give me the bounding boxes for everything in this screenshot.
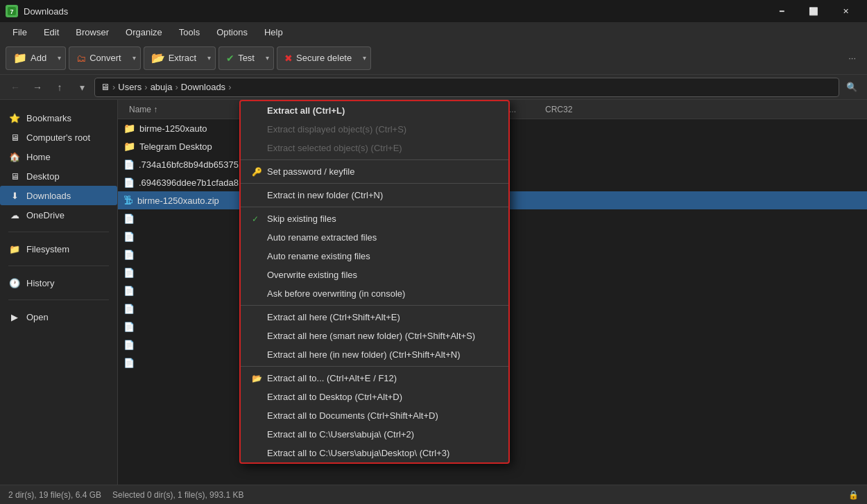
window-controls: ━ ⬜ ✕ <box>766 0 861 22</box>
breadcrumb-downloads[interactable]: Downloads <box>181 82 225 92</box>
menu-options[interactable]: Options <box>209 25 255 40</box>
address-bar: ← → ↑ ▾ 🖥 › Users › abuja › Downloads › … <box>0 75 867 100</box>
ctx-divider-3 <box>241 207 508 207</box>
file-icon: 📄 <box>123 177 135 188</box>
menu-tools[interactable]: Tools <box>172 25 207 40</box>
convert-button[interactable]: 🗂 Convert <box>69 46 128 70</box>
add-button[interactable]: 📁 Add <box>6 46 53 70</box>
sidebar-item-open[interactable]: ▶ Open <box>0 307 117 327</box>
test-button[interactable]: ✔ Test <box>218 46 261 70</box>
more-button[interactable]: ··· <box>843 49 861 67</box>
desktop-icon: 🖥 <box>8 170 21 182</box>
sidebar-item-bookmarks[interactable]: ⭐ Bookmarks <box>0 108 117 128</box>
secure-delete-button-group: ✖ Secure delete ▾ <box>277 46 371 70</box>
status-info: 2 dir(s), 19 file(s), 6.4 GB <box>8 490 101 500</box>
menu-help[interactable]: Help <box>257 25 290 40</box>
title-bar: 7 Downloads ━ ⬜ ✕ <box>0 0 867 22</box>
search-button[interactable]: 🔍 <box>842 78 861 97</box>
ctx-ask-before-overwrite[interactable]: Ask before overwriting (in console) <box>241 284 508 303</box>
sidebar-item-desktop[interactable]: 🖥 Desktop <box>0 166 117 186</box>
app-icon: 7 <box>6 5 18 17</box>
file-icon: 📄 <box>123 159 135 170</box>
ctx-extract-to-documents[interactable]: Extract all to Documents (Ctrl+Shift+Alt… <box>241 406 508 425</box>
breadcrumb[interactable]: 🖥 › Users › abuja › Downloads › <box>94 78 839 97</box>
extract-dropdown[interactable]: ▾ <box>203 46 216 70</box>
menu-organize[interactable]: Organize <box>119 25 169 40</box>
ctx-extract-to-desktop-path[interactable]: Extract all to C:\Users\abuja\Desktop\ (… <box>241 444 508 462</box>
monitor-icon: 🖥 <box>8 131 21 144</box>
window-title: Downloads <box>24 6 760 17</box>
folder-icon: 📁 <box>123 123 135 134</box>
sidebar-filesystem-label: Filesystem <box>26 244 69 254</box>
sidebar-filesystem-section: 📁 Filesystem <box>0 236 117 261</box>
convert-dropdown[interactable]: ▾ <box>128 46 141 70</box>
status-selected: Selected 0 dir(s), 1 file(s), 993.1 KB <box>112 490 243 500</box>
up-button[interactable]: ↑ <box>50 78 69 97</box>
ctx-overwrite-existing[interactable]: Overwrite existing files <box>241 266 508 284</box>
back-button[interactable]: ← <box>6 78 25 97</box>
test-button-group: ✔ Test ▾ <box>218 46 274 70</box>
add-dropdown[interactable]: ▾ <box>53 46 66 70</box>
sidebar-item-history[interactable]: 🕐 History <box>0 273 117 293</box>
breadcrumb-users[interactable]: Users <box>118 82 141 92</box>
home-icon: 🏠 <box>8 150 21 163</box>
star-icon: ⭐ <box>8 112 21 124</box>
extract-button[interactable]: 📂 Extract <box>144 46 203 70</box>
sidebar-item-filesystem[interactable]: 📁 Filesystem <box>0 239 117 259</box>
file-icon: 📄 <box>123 340 135 350</box>
sidebar-home-label: Home <box>26 152 51 162</box>
ctx-extract-all-to[interactable]: 📂 Extract all to... (Ctrl+Alt+E / F12) <box>241 369 508 388</box>
ctx-skip-existing[interactable]: ✓ Skip existing files <box>241 209 508 228</box>
test-dropdown[interactable]: ▾ <box>261 46 274 70</box>
close-button[interactable]: ✕ <box>830 0 861 22</box>
ctx-extract-all[interactable]: Extract all (Ctrl+L) <box>241 101 508 120</box>
ctx-extract-new-folder[interactable]: Extract in new folder (Ctrl+N) <box>241 186 508 205</box>
delete-icon: ✖ <box>284 53 293 64</box>
forward-button[interactable]: → <box>28 78 47 97</box>
ctx-divider-2 <box>241 183 508 184</box>
sidebar-item-downloads[interactable]: ⬇ Downloads <box>0 186 117 205</box>
ctx-auto-rename-extracted[interactable]: Auto rename extracted files <box>241 228 508 247</box>
open-icon: ▶ <box>8 311 21 323</box>
secure-delete-button[interactable]: ✖ Secure delete <box>277 46 359 70</box>
file-icon: 📄 <box>123 358 135 368</box>
ctx-extract-all-here-new[interactable]: Extract all here (in new folder) (Ctrl+S… <box>241 345 508 364</box>
lock-icon: 🔒 <box>848 490 859 500</box>
folder-icon: 📁 <box>123 141 135 152</box>
ctx-extract-to-users-abuja[interactable]: Extract all to C:\Users\abuja\ (Ctrl+2) <box>241 425 508 444</box>
sidebar-divider-1 <box>8 232 109 232</box>
breadcrumb-abuja[interactable]: abuja <box>151 82 173 92</box>
sidebar-item-onedrive[interactable]: ☁ OneDrive <box>0 205 117 225</box>
add-icon: 📁 <box>13 51 27 64</box>
ctx-divider-1 <box>241 159 508 160</box>
context-menu: Extract all (Ctrl+L) Extract displayed o… <box>239 100 510 464</box>
file-icon: 📄 <box>123 286 135 296</box>
maximize-button[interactable]: ⬜ <box>798 0 830 22</box>
secure-delete-dropdown[interactable]: ▾ <box>359 46 371 70</box>
ctx-auto-rename-existing[interactable]: Auto rename existing files <box>241 247 508 266</box>
ctx-extract-all-here[interactable]: Extract all here (Ctrl+Shift+Alt+E) <box>241 308 508 327</box>
sidebar-item-home[interactable]: 🏠 Home <box>0 147 117 166</box>
ctx-extract-all-here-smart[interactable]: Extract all here (smart new folder) (Ctr… <box>241 327 508 345</box>
add-button-group: 📁 Add ▾ <box>6 46 66 70</box>
sidebar-bookmarks-section: ⭐ Bookmarks 🖥 Computer's root 🏠 Home 🖥 D… <box>0 105 117 227</box>
filesystem-icon: 📁 <box>8 243 21 255</box>
ctx-extract-to-desktop[interactable]: Extract all to Desktop (Ctrl+Alt+D) <box>241 388 508 406</box>
add-label: Add <box>31 53 46 63</box>
sidebar-item-computer-root[interactable]: 🖥 Computer's root <box>0 128 117 147</box>
menu-browser[interactable]: Browser <box>69 25 116 40</box>
minimize-button[interactable]: ━ <box>766 0 798 22</box>
check-icon: ✓ <box>252 214 261 224</box>
test-label: Test <box>238 53 255 63</box>
dropdown-nav-button[interactable]: ▾ <box>72 78 92 97</box>
sidebar-open-label: Open <box>26 312 49 322</box>
col-header-crc[interactable]: CRC32 <box>540 100 861 119</box>
main-area: ⭐ Bookmarks 🖥 Computer's root 🏠 Home 🖥 D… <box>0 100 867 485</box>
convert-label: Convert <box>89 53 121 63</box>
extract-button-group: 📂 Extract ▾ <box>144 46 216 70</box>
menu-file[interactable]: File <box>6 25 34 40</box>
menu-edit[interactable]: Edit <box>37 25 66 40</box>
menu-bar: File Edit Browser Organize Tools Options… <box>0 22 867 42</box>
file-icon: 📄 <box>123 304 135 314</box>
ctx-set-password[interactable]: 🔑 Set password / keyfile <box>241 162 508 181</box>
